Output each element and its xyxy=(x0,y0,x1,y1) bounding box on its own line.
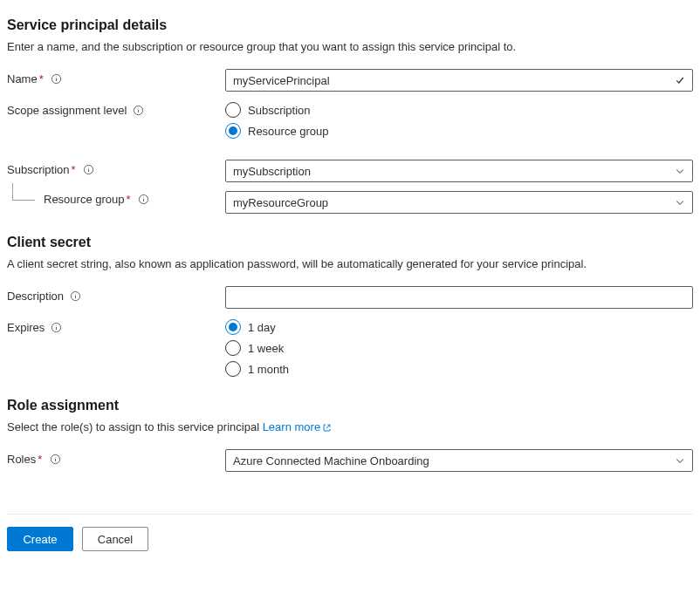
roles-value: Azure Connected Machine Onboarding xyxy=(233,454,675,467)
row-subscription: Subscription * mySubscription xyxy=(7,160,693,182)
role-assignment-heading: Role assignment xyxy=(7,398,693,413)
info-icon[interactable] xyxy=(49,454,61,466)
name-label: Name xyxy=(7,72,38,85)
radio-label: 1 day xyxy=(248,321,276,334)
info-icon[interactable] xyxy=(132,105,144,117)
radio-icon xyxy=(225,361,241,377)
info-icon[interactable] xyxy=(51,73,63,85)
subscription-label-wrap: Subscription * xyxy=(7,160,225,176)
svg-point-17 xyxy=(56,324,57,325)
svg-point-21 xyxy=(55,456,56,457)
learn-more-link[interactable]: Learn more xyxy=(263,420,332,433)
radio-icon xyxy=(225,340,241,356)
expires-label-wrap: Expires xyxy=(7,317,225,334)
scope-label: Scope assignment level xyxy=(7,104,127,117)
info-icon[interactable] xyxy=(50,322,62,334)
subscription-value: mySubscription xyxy=(233,165,675,178)
radio-label: Resource group xyxy=(248,125,329,138)
expires-radio-group: 1 day 1 week 1 month xyxy=(225,317,693,377)
required-marker: * xyxy=(72,163,76,176)
expires-label: Expires xyxy=(7,321,45,334)
name-value: myServicePrincipal xyxy=(233,74,675,87)
radio-expires-1month[interactable]: 1 month xyxy=(225,361,693,377)
info-icon[interactable] xyxy=(69,290,81,303)
radio-icon xyxy=(225,319,241,335)
form-page: Service principal details Enter a name, … xyxy=(0,0,700,563)
resource-group-value: myResourceGroup xyxy=(233,196,675,209)
svg-line-18 xyxy=(326,425,330,428)
info-icon[interactable] xyxy=(138,194,150,206)
name-input[interactable]: myServicePrincipal xyxy=(225,69,693,92)
subscription-label: Subscription xyxy=(7,163,70,176)
roles-label: Roles xyxy=(7,453,36,466)
row-name: Name * myServicePrincipal xyxy=(7,69,693,92)
sp-details-heading: Service principal details xyxy=(7,17,693,33)
row-expires: Expires 1 day 1 week xyxy=(7,317,693,377)
section-sp-details: Service principal details Enter a name, … xyxy=(7,17,693,214)
tree-branch-icon xyxy=(12,183,35,201)
description-label: Description xyxy=(7,290,64,303)
scope-label-wrap: Scope assignment level xyxy=(7,100,225,117)
subscription-select[interactable]: mySubscription xyxy=(225,160,693,182)
svg-point-5 xyxy=(138,107,139,108)
description-input[interactable] xyxy=(225,286,693,309)
chevron-down-icon xyxy=(675,197,685,208)
section-role-assignment: Role assignment Select the role(s) to as… xyxy=(7,398,693,472)
chevron-down-icon xyxy=(675,455,685,466)
radio-label: 1 month xyxy=(248,363,289,376)
radio-scope-resource-group[interactable]: Resource group xyxy=(225,123,693,139)
chevron-down-icon xyxy=(675,166,685,176)
role-desc-text: Select the role(s) to assign to this ser… xyxy=(7,420,263,433)
footer-bar: Create Cancel xyxy=(7,514,693,563)
row-resource-group: Resource group * myResourceGroup xyxy=(7,191,693,214)
svg-point-11 xyxy=(143,196,144,197)
section-client-secret: Client secret A client secret string, al… xyxy=(7,235,693,377)
radio-icon xyxy=(225,123,241,139)
cancel-button[interactable]: Cancel xyxy=(82,527,148,551)
client-secret-heading: Client secret xyxy=(7,235,693,250)
radio-scope-subscription[interactable]: Subscription xyxy=(225,102,693,118)
sp-details-desc: Enter a name, and the subscription or re… xyxy=(7,40,693,53)
scope-radio-group: Subscription Resource group xyxy=(225,100,693,139)
name-label-wrap: Name * xyxy=(7,69,225,85)
row-description: Description xyxy=(7,286,693,309)
row-scope: Scope assignment level Subscription Reso… xyxy=(7,100,693,139)
radio-icon xyxy=(225,102,241,118)
client-secret-desc: A client secret string, also known as ap… xyxy=(7,257,693,270)
roles-select[interactable]: Azure Connected Machine Onboarding xyxy=(225,449,693,472)
create-button[interactable]: Create xyxy=(7,527,73,551)
description-label-wrap: Description xyxy=(7,286,225,303)
checkmark-icon xyxy=(675,75,685,85)
role-assignment-desc: Select the role(s) to assign to this ser… xyxy=(7,420,693,433)
svg-point-14 xyxy=(75,293,76,294)
resource-group-select[interactable]: myResourceGroup xyxy=(225,191,693,214)
radio-label: 1 week xyxy=(248,342,284,355)
required-marker: * xyxy=(127,193,131,206)
external-link-icon xyxy=(322,423,332,433)
resource-group-label-wrap: Resource group * xyxy=(7,191,225,206)
required-marker: * xyxy=(38,453,42,466)
required-marker: * xyxy=(39,72,44,85)
row-roles: Roles * Azure Connected Machine Onboardi… xyxy=(7,449,693,472)
info-icon[interactable] xyxy=(83,164,95,176)
resource-group-label: Resource group xyxy=(44,193,125,206)
radio-expires-1week[interactable]: 1 week xyxy=(225,340,693,356)
radio-expires-1day[interactable]: 1 day xyxy=(225,319,693,335)
radio-label: Subscription xyxy=(248,104,311,117)
svg-point-8 xyxy=(88,167,89,167)
roles-label-wrap: Roles * xyxy=(7,449,225,466)
svg-point-2 xyxy=(56,76,57,77)
